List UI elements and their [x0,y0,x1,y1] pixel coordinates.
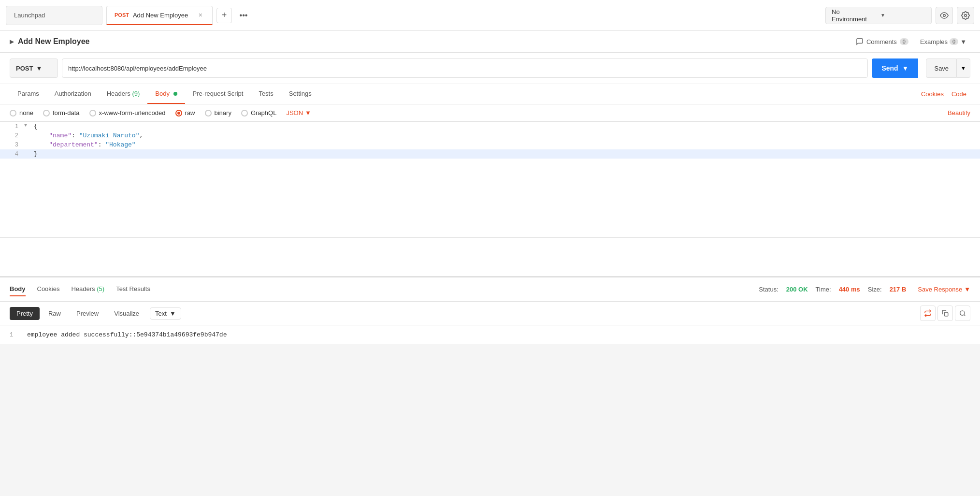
tab-params[interactable]: Params [10,84,47,104]
tab-tests[interactable]: Tests [251,84,281,104]
response-body: 1 employee added successfully::5e94374b1… [0,325,980,344]
raw-radio[interactable] [175,110,182,117]
resp-pretty-button[interactable]: Pretty [10,307,40,320]
search-button[interactable] [955,306,970,321]
breadcrumb-bar: ▶ Add New Employee Comments 0 Examples 0… [0,31,980,53]
beautify-button[interactable]: Beautify [948,109,970,117]
tab-method-badge: POST [115,12,129,18]
resp-line-content: employee added successfully::5e94374b1a4… [27,331,227,338]
wrap-button[interactable] [920,306,936,321]
raw-radio-group[interactable]: raw [175,109,195,117]
graphql-label: GraphQL [251,109,276,117]
code-link[interactable]: Code [948,85,970,103]
resp-tab-test-results[interactable]: Test Results [116,282,150,296]
save-dropdown-button[interactable]: ▼ [957,58,970,78]
size-value: 217 B [890,286,907,293]
status-area: Status: 200 OK Time: 440 ms Size: 217 B [759,286,906,293]
resp-tab-headers[interactable]: Headers (5) [71,282,104,296]
url-encoded-radio[interactable] [89,110,96,117]
form-data-radio[interactable] [43,110,50,117]
line-num-3: 3 [0,141,24,148]
format-label: JSON [286,109,303,117]
send-button[interactable]: Send ▼ [872,58,918,78]
comments-count: 0 [900,38,908,45]
url-encoded-radio-group[interactable]: x-www-form-urlencoded [89,109,166,117]
body-type-bar: none form-data x-www-form-urlencoded raw… [0,104,980,122]
none-radio-group[interactable]: none [10,109,33,117]
tab-body[interactable]: Body [147,84,185,104]
send-chevron-icon: ▼ [902,64,909,72]
examples-button[interactable]: Examples 0 ▼ [916,36,970,47]
response-toolbar: Pretty Raw Preview Visualize Text ▼ [0,302,980,325]
save-response-chevron-icon: ▼ [964,286,970,293]
response-line-1: 1 employee added successfully::5e94374b1… [10,331,970,338]
search-icon [959,310,966,317]
svg-rect-2 [944,312,948,316]
code-line-4: 4 } [0,149,980,159]
environment-selector[interactable]: No Environment ▼ [825,7,932,24]
none-radio[interactable] [10,110,16,117]
more-tabs-button[interactable]: ••• [236,8,251,23]
resp-format-selector[interactable]: Text ▼ [150,307,181,320]
format-selector[interactable]: JSON ▼ [286,109,311,117]
line-num-4: 4 [0,150,24,158]
close-tab-button[interactable]: × [197,10,204,20]
resp-tab-body[interactable]: Body [10,282,26,296]
time-value: 440 ms [839,286,860,293]
resp-preview-button[interactable]: Preview [70,307,105,320]
url-bar: POST ▼ Send ▼ Save ▼ [0,53,980,84]
binary-label: binary [215,109,231,117]
body-active-dot [173,92,177,96]
svg-line-4 [964,315,966,316]
launchpad-tab[interactable]: Launchpad [6,6,102,25]
code-line-2: 2 "name": "Uzumaki Naruto", [0,131,980,140]
copy-icon [942,310,949,317]
cookies-link[interactable]: Cookies [917,85,948,103]
tab-settings[interactable]: Settings [281,84,319,104]
svg-point-0 [943,14,946,16]
resp-visualize-button[interactable]: Visualize [107,307,146,320]
response-header: Body Cookies Headers (5) Test Results St… [0,277,980,302]
code-line-3: 3 "departement": "Hokage" [0,140,980,149]
url-encoded-label: x-www-form-urlencoded [99,109,166,117]
collapse-toggle[interactable]: ▼ [24,123,32,128]
none-label: none [19,109,33,117]
graphql-radio-group[interactable]: GraphQL [241,109,276,117]
env-label: No Environment [832,8,877,23]
save-button[interactable]: Save [926,58,957,78]
tab-authorization[interactable]: Authorization [47,84,99,104]
code-line-1: 1 ▼ { [0,122,980,131]
gear-icon-button[interactable] [957,7,974,24]
save-response-button[interactable]: Save Response ▼ [918,286,970,293]
raw-label: raw [185,109,195,117]
binary-radio-group[interactable]: binary [205,109,231,117]
code-editor[interactable]: 1 ▼ { 2 "name": "Uzumaki Naruto", 3 "dep… [0,122,980,238]
method-selector[interactable]: POST ▼ [10,58,58,78]
collapse-icon[interactable]: ▶ [10,38,14,45]
comments-icon [856,38,864,45]
method-chevron-icon: ▼ [36,65,42,72]
resp-raw-button[interactable]: Raw [42,307,68,320]
tab-title: Add New Employee [133,12,188,19]
resp-tab-cookies[interactable]: Cookies [37,282,60,296]
resp-format-label: Text [155,310,167,317]
comments-button[interactable]: Comments 0 [852,36,912,47]
status-label: Status: [759,286,778,293]
url-input[interactable] [62,58,868,78]
active-tab[interactable]: POST Add New Employee × [106,6,213,25]
graphql-radio[interactable] [241,110,248,117]
copy-button[interactable] [937,306,953,321]
form-data-radio-group[interactable]: form-data [43,109,80,117]
binary-radio[interactable] [205,110,212,117]
examples-chevron-icon: ▼ [960,38,966,45]
tab-pre-request[interactable]: Pre-request Script [185,84,251,104]
add-tab-button[interactable]: + [216,8,232,23]
launchpad-label: Launchpad [14,12,45,19]
svg-point-1 [965,14,967,16]
size-label: Size: [868,286,882,293]
editor-empty-space [0,238,980,277]
tab-headers[interactable]: Headers (9) [99,84,148,104]
resp-line-num: 1 [10,332,19,338]
eye-icon-button[interactable] [936,7,953,24]
request-tabs: Params Authorization Headers (9) Body Pr… [0,84,980,104]
